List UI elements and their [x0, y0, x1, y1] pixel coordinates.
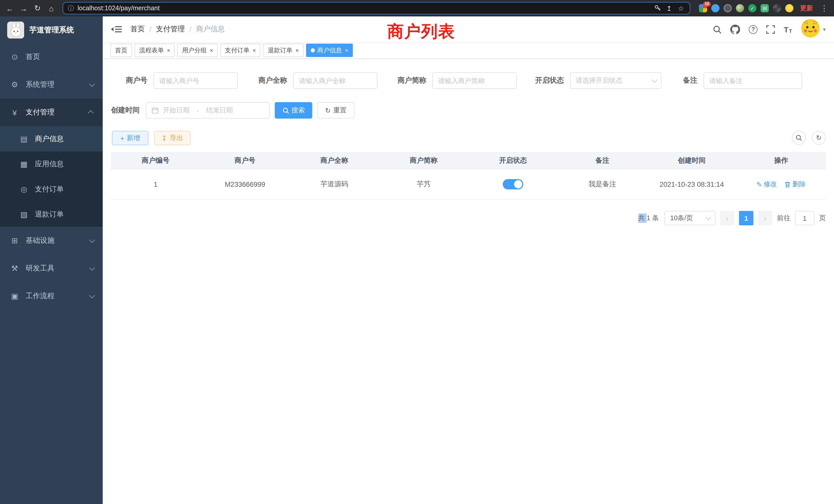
sidebar-item-home[interactable]: ⊙ 首页 — [0, 43, 103, 71]
extension-blue-icon[interactable] — [711, 4, 720, 12]
date-range-picker[interactable]: 开始日期 - 结束日期 — [146, 102, 270, 118]
edit-link[interactable]: ✎修改 — [756, 180, 777, 189]
sidebar-collapse-icon[interactable] — [111, 26, 122, 32]
grid-icon: ▦ — [20, 159, 28, 168]
merchant-no-input[interactable] — [154, 72, 238, 89]
chevron-down-icon — [89, 237, 95, 243]
sidebar-item-label: 研发工具 — [26, 264, 54, 273]
sidebar-submenu-payment: ▤ 商户信息 ▦ 应用信息 ◎ 支付订单 ▧ 退款订单 — [0, 126, 103, 227]
toggle-search-button[interactable] — [792, 131, 806, 145]
close-icon[interactable]: × — [167, 47, 170, 53]
tab-process-form[interactable]: 流程表单× — [135, 44, 175, 57]
sidebar-item-workflow[interactable]: ▣ 工作流程 — [0, 282, 103, 310]
extension-check-icon[interactable]: ✓ — [748, 4, 756, 12]
export-button[interactable]: ↧ 导出 — [154, 131, 191, 145]
extension-dark-icon[interactable] — [724, 4, 732, 12]
sidebar-item-merchant-info[interactable]: ▤ 商户信息 — [0, 126, 103, 152]
page-size-select[interactable]: 10条/页 — [664, 211, 716, 225]
reset-button[interactable]: ↻ 重置 — [317, 102, 354, 118]
sidebar: 芋道管理系统 ⊙ 首页 ⚙ 系统管理 ¥ 支付管理 — [0, 17, 103, 504]
reload-icon[interactable]: ↻ — [33, 4, 42, 13]
status-select[interactable]: 请选择开启状态 — [570, 72, 661, 89]
extension-avatar-icon[interactable] — [736, 4, 744, 12]
tab-home[interactable]: 首页 — [110, 44, 132, 57]
prev-page-button[interactable]: ‹ — [720, 211, 734, 225]
breadcrumb-separator: / — [150, 25, 152, 33]
extension-doc-icon[interactable]: ▤ — [761, 4, 769, 12]
close-icon[interactable]: × — [345, 47, 348, 53]
add-button[interactable]: + 新增 — [112, 131, 148, 145]
app-logo[interactable]: 芋道管理系统 — [0, 17, 103, 43]
breadcrumb-home[interactable]: 首页 — [130, 25, 145, 34]
close-icon[interactable]: × — [252, 47, 256, 53]
font-size-icon[interactable]: TT — [784, 25, 792, 33]
help-icon[interactable]: ? — [749, 25, 758, 33]
key-icon[interactable] — [654, 5, 661, 12]
sidebar-item-payment[interactable]: ¥ 支付管理 — [0, 98, 103, 126]
screen: ← → ↻ ⌂ ⓘ localhost:1024/pay/merchant ↥ … — [0, 0, 834, 504]
start-date-placeholder: 开始日期 — [163, 106, 190, 115]
refund-icon: ▧ — [20, 210, 28, 219]
tab-label: 支付订单 — [225, 46, 249, 55]
active-dot — [311, 48, 315, 52]
tab-merchant-info[interactable]: 商户信息× — [306, 44, 353, 57]
browser-menu-icon[interactable]: ⋮ — [820, 4, 829, 13]
sidebar-item-system[interactable]: ⚙ 系统管理 — [0, 71, 103, 98]
sidebar-item-dev-tools[interactable]: ⚒ 研发工具 — [0, 255, 103, 282]
refresh-icon: ↻ — [325, 107, 331, 114]
merchant-table: 商户编号 商户号 商户全称 商户简称 开启状态 备注 创建时间 操作 1 M23… — [111, 152, 826, 200]
refresh-table-button[interactable]: ↻ — [812, 131, 826, 145]
filter-label: 商户全称 — [250, 76, 287, 85]
status-toggle[interactable] — [503, 179, 523, 189]
sidebar-item-app-info[interactable]: ▦ 应用信息 — [0, 152, 103, 177]
search-icon[interactable] — [713, 25, 722, 33]
share-icon[interactable]: ↥ — [665, 4, 673, 12]
next-page-button[interactable]: › — [758, 211, 772, 225]
briefcase-icon: ▣ — [10, 292, 19, 301]
search-button[interactable]: 搜索 — [275, 102, 312, 118]
close-icon[interactable]: × — [209, 47, 213, 53]
full-name-input[interactable] — [293, 72, 377, 89]
sidebar-item-label: 退款订单 — [35, 210, 64, 219]
dashboard-icon: ⊙ — [10, 52, 19, 62]
tab-user-group[interactable]: 用户分组× — [177, 44, 218, 57]
star-icon[interactable]: ☆ — [677, 4, 685, 12]
extensions-grid-icon[interactable]: 10 — [699, 4, 707, 12]
extension-pinwheel-icon[interactable] — [773, 4, 781, 12]
github-icon[interactable] — [730, 24, 740, 34]
browser-chrome: ← → ↻ ⌂ ⓘ localhost:1024/pay/merchant ↥ … — [0, 0, 834, 17]
site-info-icon[interactable]: ⓘ — [68, 4, 74, 13]
extension-smiley-icon[interactable] — [785, 4, 793, 12]
breadcrumb-section[interactable]: 支付管理 — [156, 25, 185, 34]
user-avatar-menu[interactable]: ▾ — [801, 19, 826, 40]
avatar — [801, 19, 820, 40]
gear-icon: ⚙ — [10, 80, 19, 89]
sidebar-item-label: 应用信息 — [35, 159, 64, 168]
goto-page-input[interactable] — [795, 211, 814, 225]
cell-create-time: 2021-10-23 08:31:14 — [647, 180, 737, 188]
fullscreen-icon[interactable] — [766, 25, 775, 33]
extensions-row: 10 ✓ ▤ — [699, 4, 793, 12]
sidebar-item-infrastructure[interactable]: ⊞ 基础设施 — [0, 227, 103, 255]
tab-pay-order[interactable]: 支付订单× — [220, 44, 261, 57]
close-icon[interactable]: × — [295, 47, 299, 53]
sidebar-item-label: 系统管理 — [26, 80, 54, 89]
sidebar-item-label: 商户信息 — [35, 134, 64, 143]
back-icon[interactable]: ← — [5, 4, 14, 13]
delete-link[interactable]: 删除 — [784, 180, 806, 189]
sidebar-item-pay-order[interactable]: ◎ 支付订单 — [0, 177, 103, 202]
short-name-input[interactable] — [433, 72, 517, 89]
forward-icon[interactable]: → — [19, 4, 28, 13]
filter-label: 备注 — [682, 76, 697, 85]
remark-input[interactable] — [704, 72, 802, 89]
browser-update-button[interactable]: 更新 — [800, 4, 813, 13]
sidebar-item-refund-order[interactable]: ▧ 退款订单 — [0, 202, 103, 227]
download-icon: ↧ — [161, 134, 167, 142]
address-bar[interactable]: ⓘ localhost:1024/pay/merchant ↥ ☆ — [63, 2, 690, 14]
col-header: 创建时间 — [647, 156, 737, 165]
current-page-button[interactable]: 1 — [739, 211, 753, 225]
url-text[interactable]: localhost:1024/pay/merchant — [78, 5, 651, 12]
logo-image — [7, 21, 24, 38]
tab-refund-order[interactable]: 退款订单× — [263, 44, 304, 57]
home-icon[interactable]: ⌂ — [47, 4, 56, 13]
